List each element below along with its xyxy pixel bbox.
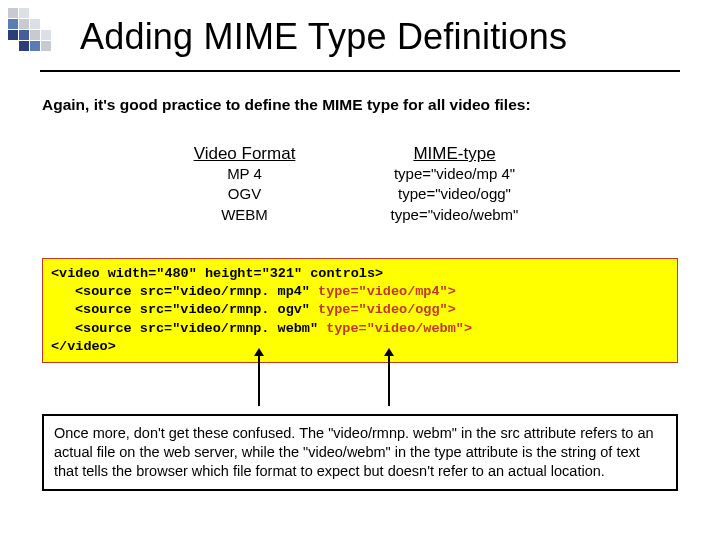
fmt-row: OGV [150, 184, 339, 204]
mime-row: type="video/mp 4" [339, 164, 570, 184]
col-head-mime: MIME-type [339, 144, 570, 164]
intro-text: Again, it's good practice to define the … [42, 96, 678, 114]
code-highlight: type="video/ogg"> [318, 302, 456, 317]
code-line: <source src="video/rmnp. ogv" [75, 302, 318, 317]
slide-title: Adding MIME Type Definitions [80, 16, 567, 58]
format-table: Video Format MP 4 OGV WEBM MIME-type typ… [150, 144, 570, 225]
code-line: <video width="480" height="321" controls… [51, 266, 383, 281]
pointer-arrow [388, 354, 390, 406]
fmt-row: MP 4 [150, 164, 339, 184]
corner-decoration [8, 8, 51, 51]
pointer-arrow [258, 354, 260, 406]
title-rule [40, 70, 680, 72]
mime-row: type="video/webm" [339, 205, 570, 225]
code-highlight: type="video/mp4"> [318, 284, 456, 299]
code-highlight: type="video/webm"> [326, 321, 472, 336]
mime-row: type="video/ogg" [339, 184, 570, 204]
slide: Adding MIME Type Definitions Again, it's… [0, 0, 720, 540]
code-example: <video width="480" height="321" controls… [42, 258, 678, 363]
fmt-row: WEBM [150, 205, 339, 225]
code-line: <source src="video/rmnp. webm" [75, 321, 326, 336]
col-head-format: Video Format [150, 144, 339, 164]
code-line: </video> [51, 339, 116, 354]
note-box: Once more, don't get these confused. The… [42, 414, 678, 491]
code-line: <source src="video/rmnp. mp4" [75, 284, 318, 299]
